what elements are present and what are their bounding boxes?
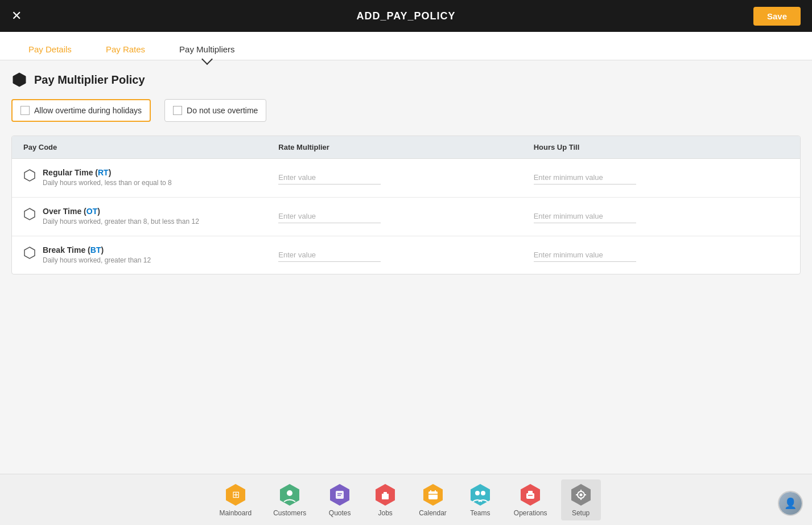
pay-code-table: Pay Code Rate Multiplier Hours Up Till R…: [11, 136, 801, 274]
nav-label-teams: Teams: [470, 509, 490, 517]
pay-code-desc-rt: Daily hours worked, less than or equal t…: [43, 178, 172, 188]
rate-cell-ot: [278, 210, 533, 223]
allow-overtime-checkbox[interactable]: Allow overtime during holidays: [11, 99, 151, 122]
checkboxes-row: Allow overtime during holidays Do not us…: [11, 99, 801, 122]
hours-input-rt[interactable]: [534, 171, 636, 184]
nav-item-operations[interactable]: Operations: [506, 479, 555, 520]
customers-icon: [278, 483, 302, 507]
table-row: Break Time (BT) Daily hours worked, grea…: [12, 236, 800, 274]
bottom-nav: ⊞ Mainboard Customers Quotes Jobs: [0, 474, 812, 525]
avatar[interactable]: 👤: [778, 491, 803, 516]
setup-icon: [569, 483, 593, 507]
hex-icon: [11, 72, 27, 88]
checkbox-box-overtime[interactable]: [20, 106, 30, 115]
svg-marker-0: [13, 73, 26, 87]
nav-label-customers: Customers: [273, 509, 306, 517]
nav-item-calendar[interactable]: Calendar: [411, 479, 455, 520]
pay-code-name-bt: Break Time (BT): [43, 245, 151, 255]
rate-cell-rt: [278, 171, 533, 184]
pay-code-desc-ot: Daily hours worked, greater than 8, but …: [43, 217, 199, 227]
svg-rect-24: [526, 493, 534, 499]
table-header: Pay Code Rate Multiplier Hours Up Till: [12, 136, 800, 159]
svg-marker-2: [24, 208, 35, 220]
nav-label-calendar: Calendar: [419, 509, 447, 517]
section-header: Pay Multiplier Policy: [11, 72, 801, 88]
nav-item-jobs[interactable]: Jobs: [365, 479, 405, 520]
nav-item-customers[interactable]: Customers: [265, 479, 314, 520]
operations-icon: [518, 483, 542, 507]
hex-icon-bt: [23, 247, 36, 259]
page-title: ADD_PAY_POLICY: [356, 10, 455, 22]
nav-item-teams[interactable]: Teams: [460, 479, 500, 520]
hours-input-ot[interactable]: [534, 210, 636, 223]
jobs-icon: [373, 483, 397, 507]
tab-pay-details[interactable]: Pay Details: [11, 39, 89, 60]
no-overtime-label: Do not use overtime: [187, 106, 258, 115]
svg-rect-16: [428, 491, 438, 499]
close-button[interactable]: ✕: [11, 10, 22, 22]
pay-code-name-rt: Regular Time (RT): [43, 168, 172, 177]
main-content: Pay Multiplier Policy Allow overtime dur…: [0, 60, 812, 474]
nav-label-mainboard: Mainboard: [219, 509, 252, 517]
rate-input-ot[interactable]: [278, 210, 381, 223]
svg-marker-3: [24, 247, 35, 259]
col-rate-multiplier: Rate Multiplier: [278, 143, 533, 151]
allow-overtime-label: Allow overtime during holidays: [34, 106, 142, 115]
hours-cell-ot: [534, 210, 789, 223]
pay-code-cell-ot: Over Time (OT) Daily hours worked, great…: [23, 207, 278, 227]
rate-input-rt[interactable]: [278, 171, 381, 184]
avatar-image: 👤: [779, 492, 802, 515]
hex-icon-ot: [23, 208, 36, 220]
nav-item-quotes[interactable]: Quotes: [320, 479, 360, 520]
rate-cell-bt: [278, 248, 533, 262]
nav-label-quotes: Quotes: [329, 509, 351, 517]
nav-label-jobs: Jobs: [378, 509, 392, 517]
pay-code-name-ot: Over Time (OT): [43, 207, 199, 216]
nav-label-setup: Setup: [572, 509, 590, 517]
col-pay-code: Pay Code: [23, 143, 278, 151]
rate-input-bt[interactable]: [278, 248, 381, 262]
tab-bar: Pay Details Pay Rates Pay Multipliers: [0, 32, 812, 60]
quotes-icon: [328, 483, 352, 507]
svg-text:⊞: ⊞: [232, 490, 239, 499]
svg-rect-9: [336, 491, 344, 499]
nav-label-operations: Operations: [514, 509, 547, 517]
tab-pay-multipliers[interactable]: Pay Multipliers: [162, 39, 252, 60]
svg-point-29: [579, 493, 582, 496]
col-hours-up-till: Hours Up Till: [534, 143, 789, 151]
svg-rect-13: [382, 494, 389, 499]
nav-item-mainboard[interactable]: ⊞ Mainboard: [211, 479, 259, 520]
tab-pay-rates[interactable]: Pay Rates: [89, 39, 162, 60]
nav-item-setup[interactable]: Setup: [561, 479, 601, 520]
svg-point-7: [287, 490, 292, 496]
table-row: Over Time (OT) Daily hours worked, great…: [12, 198, 800, 236]
checkbox-box-no-overtime[interactable]: [173, 106, 182, 115]
svg-rect-14: [384, 492, 387, 494]
svg-marker-20: [471, 484, 490, 506]
teams-icon: [468, 483, 492, 507]
no-overtime-checkbox[interactable]: Do not use overtime: [164, 99, 266, 122]
top-bar: ✕ ADD_PAY_POLICY Save: [0, 0, 812, 32]
calendar-icon: [421, 483, 445, 507]
save-button[interactable]: Save: [753, 7, 801, 26]
svg-point-22: [481, 491, 485, 495]
svg-marker-1: [24, 170, 35, 181]
hours-input-bt[interactable]: [534, 248, 636, 262]
hours-cell-bt: [534, 248, 789, 262]
mainboard-icon: ⊞: [224, 483, 248, 507]
pay-code-cell-rt: Regular Time (RT) Daily hours worked, le…: [23, 168, 278, 188]
svg-rect-25: [528, 491, 533, 494]
section-title: Pay Multiplier Policy: [34, 73, 145, 87]
pay-code-cell-bt: Break Time (BT) Daily hours worked, grea…: [23, 245, 278, 265]
hex-icon-rt: [23, 169, 36, 182]
table-row: Regular Time (RT) Daily hours worked, le…: [12, 159, 800, 198]
svg-point-21: [475, 491, 480, 495]
hours-cell-rt: [534, 171, 789, 184]
pay-code-desc-bt: Daily hours worked, greater than 12: [43, 256, 151, 265]
